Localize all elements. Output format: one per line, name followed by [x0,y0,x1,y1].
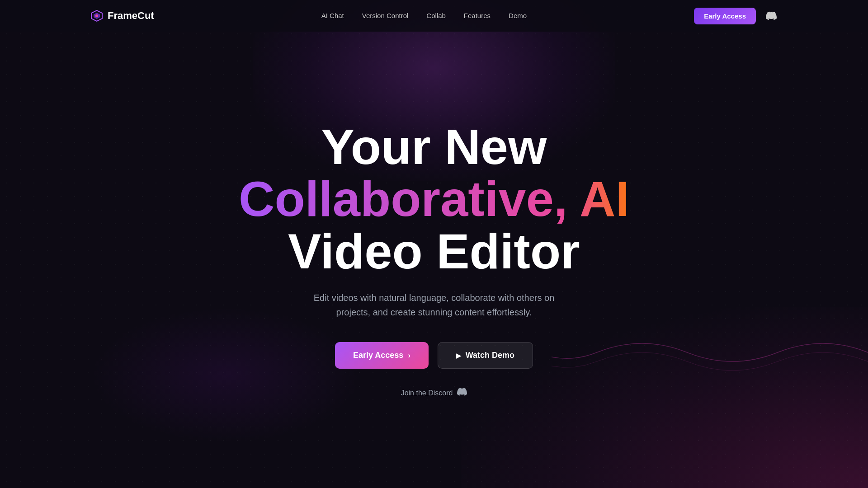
hero-title-line1: Your New [239,121,629,173]
hero-early-access-button[interactable]: Early Access › [335,342,429,369]
chevron-right-icon: › [408,352,410,360]
discord-link[interactable]: Join the Discord [401,387,467,399]
nav-link-features[interactable]: Features [464,12,491,19]
discord-link-icon [457,387,467,399]
logo-icon [90,9,103,22]
watch-demo-label: Watch Demo [466,351,514,360]
nav-right: Early Access [694,8,778,24]
nav-link-demo[interactable]: Demo [509,12,527,19]
hero-watch-demo-button[interactable]: ▶ Watch Demo [438,342,533,369]
play-icon: ▶ [456,352,461,359]
hero-buttons: Early Access › ▶ Watch Demo [335,342,533,369]
nav-link-collab[interactable]: Collab [426,12,446,19]
brand-name: FrameCut [108,10,154,22]
early-access-label: Early Access [353,351,403,360]
hero-title-line2: Collaborative, AI [239,173,629,225]
hero-title: Your New Collaborative, AI Video Editor [239,121,629,277]
nav-link-ai-chat[interactable]: AI Chat [321,12,344,19]
svg-point-2 [95,14,98,17]
nav-link-version-control[interactable]: Version Control [362,12,409,19]
nav-links: AI Chat Version Control Collab Features … [321,12,527,20]
hero-subtitle: Edit videos with natural language, colla… [298,291,570,319]
nav-logo[interactable]: FrameCut [90,9,154,22]
hero-title-line3: Video Editor [239,225,629,277]
nav-early-access-button[interactable]: Early Access [694,8,756,24]
hero-title-collaborative: Collaborative, [239,171,567,226]
hero-section: Your New Collaborative, AI Video Editor … [0,32,868,488]
nav-discord-icon[interactable] [765,9,778,22]
hero-title-ai: AI [567,171,629,226]
navbar: FrameCut AI Chat Version Control Collab … [0,0,868,32]
discord-link-text: Join the Discord [401,389,453,397]
